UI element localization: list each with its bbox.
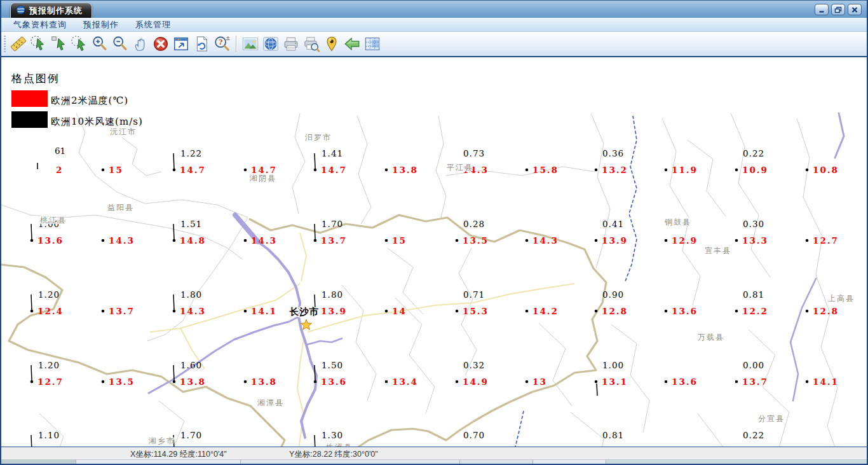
grid-point-dot [244, 169, 247, 172]
grid-point-wind-speed: 0.90 [602, 289, 624, 300]
grid-point-temperature: 10.9 [742, 165, 768, 175]
grid-point-wind-speed: 0.70 [463, 430, 485, 440]
grid-point-wind-speed: 0.41 [602, 219, 624, 229]
grid-point-dot [244, 380, 247, 384]
application-window: 预报制作系统 气象资料查询预报制作系统管理 ?± 1514.71.2214.71… [0, 0, 868, 465]
toolbar-button-back-arrow[interactable] [342, 34, 362, 54]
menu-item-0[interactable]: 气象资料查询 [5, 18, 75, 32]
toolbar-button-ruler[interactable] [8, 34, 29, 54]
wind-barb [315, 153, 315, 169]
minimize-button[interactable] [815, 4, 829, 15]
close-icon [851, 6, 858, 13]
grid-point-temperature: 14.7 [180, 165, 206, 175]
grid-point-dot [526, 239, 529, 242]
toolbar-button-print[interactable] [281, 34, 301, 54]
grid-point-dot [595, 169, 598, 172]
wind-barb [173, 365, 174, 380]
grid-point-temperature: 12.4 [37, 306, 64, 316]
wind-barb [315, 435, 315, 447]
grid-point-wind-speed: 1.60 [180, 360, 202, 370]
river-line [258, 242, 316, 438]
status-pane-5 [606, 460, 868, 465]
toolbar-button-print-preview[interactable] [301, 34, 322, 54]
grid-point-dot [665, 169, 668, 172]
city-label: 湘潭县 [257, 398, 284, 407]
window-export-icon [172, 35, 190, 53]
grid-point-dot [102, 239, 105, 242]
grid-point-dot [665, 310, 668, 313]
grid-point-temperature: 13.3 [742, 235, 768, 246]
toolbar-button-image[interactable] [240, 34, 261, 54]
toolbar-button-zoom-in[interactable] [90, 34, 110, 54]
county-boundary-line [731, 113, 770, 277]
zoom-in-icon [91, 35, 109, 53]
toolbar-button-identify[interactable]: ?± [212, 34, 232, 54]
grid-point-dot [102, 169, 105, 172]
restore-icon [834, 6, 842, 13]
toolbar-button-select-arrow[interactable] [49, 34, 69, 54]
toolbar-button-refresh-page[interactable] [191, 34, 212, 54]
grid-point-temperature: 13.8 [251, 377, 277, 387]
title-tab: 预报制作系统 [10, 3, 92, 18]
toolbar-button-clear[interactable] [151, 34, 171, 54]
railway-line [625, 116, 637, 281]
grid-point-dot [456, 380, 459, 384]
county-boundary-line [388, 248, 423, 314]
toolbar-button-select-circle[interactable] [29, 34, 49, 54]
print-preview-icon [302, 35, 320, 53]
city-star-marker [301, 319, 311, 330]
toolbar-button-select-lasso[interactable] [69, 34, 90, 54]
county-boundary-line [342, 285, 376, 401]
grid-point-wind-speed: 0.22 [743, 148, 764, 158]
toolbar-button-window-export[interactable] [171, 34, 191, 54]
menu-item-2[interactable]: 系统管理 [127, 18, 179, 32]
grid-point-temperature: 14 [392, 306, 407, 316]
grid-point-temperature: 13.5 [109, 377, 135, 387]
grid-point-dot [595, 310, 598, 313]
grid-point-dot [385, 310, 388, 313]
wind-barb [173, 153, 174, 169]
wind-barb [31, 224, 32, 239]
grid-point-temperature: 13.9 [602, 235, 628, 246]
toolbar-button-pan-hand[interactable] [130, 34, 151, 54]
toolbar-button-grid-layer[interactable] [362, 34, 383, 54]
city-label-major: 长沙市 [289, 307, 320, 317]
legend-label-1: 欧洲10米风速(m/s) [51, 117, 143, 128]
close-button[interactable] [848, 4, 862, 15]
grid-point-temperature: 13.6 [37, 235, 64, 246]
grid-point-dot [173, 239, 176, 242]
map-area[interactable]: 1514.71.2214.714.71.4113.814.30.7315.813… [1, 56, 868, 447]
grid-point-temperature: 13.9 [321, 306, 347, 316]
grid-point-temperature: 13.6 [672, 306, 698, 316]
grid-point-dot [665, 239, 668, 242]
bottom-strip [1, 459, 867, 465]
grid-point-temperature: 13.4 [392, 377, 418, 387]
grid-point-temperature: 12.7 [813, 235, 839, 246]
grid-point-temperature: 14.1 [813, 377, 839, 387]
grid-point-dot [456, 239, 459, 242]
menu-bar: 气象资料查询预报制作系统管理 [1, 18, 867, 32]
toolbar-button-globe[interactable] [261, 34, 281, 54]
grid-point-dot [526, 380, 529, 384]
river-line [790, 279, 816, 401]
county-boundary-line [698, 413, 726, 447]
minimize-icon [818, 6, 825, 13]
wind-barb [597, 384, 597, 396]
toolbar-separator [236, 36, 236, 52]
grid-point-dot [102, 380, 105, 384]
grid-point-temperature: 14.3 [109, 235, 135, 246]
grid-point-temperature: 13.6 [321, 377, 347, 387]
grid-point-temperature: 14.3 [251, 235, 277, 246]
menu-item-1[interactable]: 预报制作 [75, 18, 127, 32]
city-label: 平江县 [447, 163, 473, 172]
pan-hand-icon [132, 35, 149, 53]
grid-point-wind-speed: 1.51 [180, 219, 202, 229]
grid-point-dot [31, 239, 34, 242]
toolbar-button-map-pin[interactable] [322, 34, 342, 54]
grid-point-temperature: 10.8 [813, 165, 839, 175]
legend-item-1: 欧洲10米风速(m/s) [11, 111, 143, 128]
grid-point-temperature: 13 [532, 377, 547, 387]
toolbar-button-zoom-out[interactable] [110, 34, 130, 54]
grid-point-dot [244, 310, 247, 313]
restore-button[interactable] [831, 4, 845, 15]
